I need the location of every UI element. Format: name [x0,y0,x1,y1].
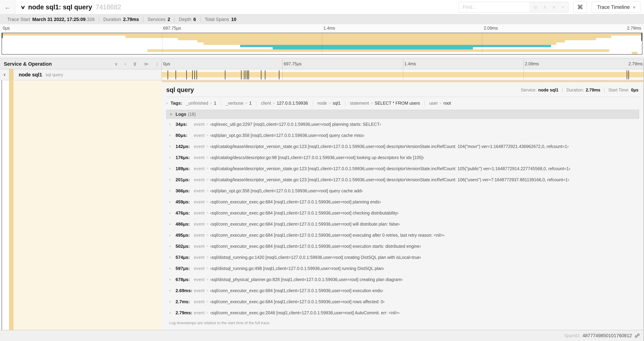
log-row[interactable]: ›176μs:event=‹sql/catalog/descs/descript… [166,152,639,163]
log-field-value: ‹sql/catalog/lease/descriptor_version_st… [210,177,569,182]
tag-key: user [429,101,438,106]
log-marker-tick [265,70,266,79]
summary-item-value: 6 [193,17,196,22]
summary-item-value: 2.79ms [123,17,139,22]
span-operation-name: sql query [46,72,63,77]
minimap-left-scrubber[interactable] [2,33,3,38]
log-row[interactable]: ›502μs:event=‹sql/conn_executor_exec.go:… [166,241,639,252]
tags-expand-icon[interactable]: › [166,101,168,106]
log-field-key: event [194,233,204,238]
tag-value: sql1 [332,101,340,106]
view-selector-button[interactable]: Trace Timeline ∨ [592,2,641,13]
detail-divider [166,97,639,97]
log-row[interactable]: ›80μs:event=‹sql/plan_opt.go:358 [nsql1,… [166,130,639,141]
grid-line [322,33,322,54]
log-expand-icon[interactable]: › [169,200,174,204]
timeline-minimap[interactable]: 0μs697.75μs1.4ms2.09ms2.79ms [0,24,644,57]
detail-meta-label: Service: [521,88,536,93]
logs-title: Logs [176,112,186,117]
summary-item-label: Services [148,17,166,22]
log-row[interactable]: ›495μs:event=‹sql/conn_executor_exec.go:… [166,230,639,241]
timeline-tick-label: 2.09ms [525,61,539,66]
log-expand-icon[interactable]: › [169,177,174,182]
tag-item: _unfinished=1 [186,101,221,106]
log-row[interactable]: ›597μs:event=‹sql/distsql_running.go:498… [166,263,639,274]
log-row[interactable]: ›2.7ms:event=‹sql/conn_executor_exec.go:… [166,296,639,307]
tags-items: _unfinished=1_verbose=1client=127.0.0.1:… [186,101,456,106]
log-expand-icon[interactable]: › [169,166,174,171]
expand-one-icon[interactable]: › [124,61,126,67]
equals-sign: = [440,101,442,106]
expand-all-icon[interactable]: ≫ [144,61,148,67]
log-field-value: ‹sql/catalog/lease/descriptor_version_st… [210,144,568,149]
prev-match-icon[interactable]: ∧ [543,5,546,10]
log-expand-icon[interactable]: › [169,288,174,293]
log-row[interactable]: ›34μs:event=‹sql/exec_util.go:2297 [nsql… [166,119,639,130]
collapse-one-icon[interactable]: ∨ [114,61,118,67]
tag-item: user=root [424,101,456,106]
minimap-right-scrubber[interactable] [641,33,642,41]
span-row-timeline-cell[interactable] [162,69,644,80]
collapse-all-icon[interactable]: ≫ [132,62,138,66]
summary-item-label: Duration [103,17,121,22]
span-collapse-icon[interactable]: ∨ [0,72,9,77]
span-row-name-cell[interactable]: ∨ node sql1 sql query [0,69,162,80]
spanid-label: SpanID: [564,333,580,338]
logs-collapse-icon[interactable]: ∨ [170,112,172,116]
logs-header[interactable]: ∨ Logs (18) [166,110,639,119]
tags-row[interactable]: › Tags: _unfinished=1_verbose=1client=12… [166,101,639,106]
find-input[interactable] [459,2,529,12]
log-expand-icon[interactable]: › [169,155,174,160]
shortcuts-button[interactable]: ⌘ [573,2,587,13]
log-expand-icon[interactable]: › [169,189,174,193]
log-expand-icon[interactable]: › [169,211,174,215]
log-row[interactable]: ›189μs:event=‹sql/catalog/lease/descript… [166,163,639,174]
log-row[interactable]: ›459μs:event=‹sql/conn_executor_exec.go:… [166,196,639,207]
log-row[interactable]: ›201μs:event=‹sql/catalog/lease/descript… [166,174,639,185]
detail-meta-value: node sql1 [538,88,558,93]
log-row[interactable]: ›486μs:event=‹sql/conn_executor_exec.go:… [166,218,639,230]
log-expand-icon[interactable]: › [169,222,174,226]
log-row[interactable]: ›366μs:event=‹sql/plan_opt.go:358 [nsql1… [166,185,639,196]
grid-line [162,33,162,54]
next-match-icon[interactable]: ∨ [552,5,556,10]
log-marker-tick [241,70,242,79]
span-detail-meta: Service:node sql1Duration:2.79msStart Ti… [517,88,639,93]
log-marker-tick [168,70,168,79]
log-row[interactable]: ›678μs:event=‹sql/distsql_physical_plann… [166,274,639,285]
log-expand-icon[interactable]: › [169,122,174,127]
log-expand-icon[interactable]: › [169,144,174,149]
log-expand-icon[interactable]: › [169,133,174,138]
log-expand-icon[interactable]: › [169,277,174,282]
log-row[interactable]: ›2.69ms:event=‹sql/conn_executor_exec.go… [166,285,639,296]
minimap-span-bar [197,40,565,43]
tag-key: _verbose [226,101,244,106]
log-row[interactable]: ›574μs:event=‹sql/distsql_running.go:142… [166,252,639,263]
log-expand-icon[interactable]: › [169,233,174,237]
back-button[interactable]: ← [0,0,16,14]
tag-value: SELECT * FROM users [375,101,420,106]
log-marker-tick [279,70,280,79]
match-target-icon[interactable]: ◎ [534,5,537,10]
log-expand-icon[interactable]: › [169,255,174,259]
log-expand-icon[interactable]: › [169,299,174,304]
log-expand-icon[interactable]: › [169,266,174,271]
log-row[interactable]: ›142μs:event=‹sql/catalog/lease/descript… [166,141,639,152]
equals-sign: = [206,133,208,138]
log-timestamp: 2.79ms: [176,310,194,315]
log-expand-icon[interactable]: › [169,244,174,248]
window-scrollbar-track[interactable] [643,59,644,341]
equals-sign: = [206,166,208,171]
tag-value: root [444,101,451,106]
log-timestamp: 459μs: [176,199,194,205]
link-icon[interactable] [635,333,640,338]
column-resize-handle[interactable]: ∥ [156,62,158,66]
log-row[interactable]: ›476μs:event=‹sql/conn_executor_exec.go:… [166,207,639,218]
clear-find-icon[interactable]: × [562,5,564,10]
grid-line [482,33,482,54]
log-expand-icon[interactable]: › [169,310,174,315]
trace-collapse-icon[interactable]: ∨ [20,4,26,10]
timeline-tick-label: 2.79ms [627,26,641,31]
minimap-canvas[interactable] [2,33,642,55]
log-row[interactable]: ›2.79ms:event=‹sql/conn_executor_exec.go… [166,307,639,318]
